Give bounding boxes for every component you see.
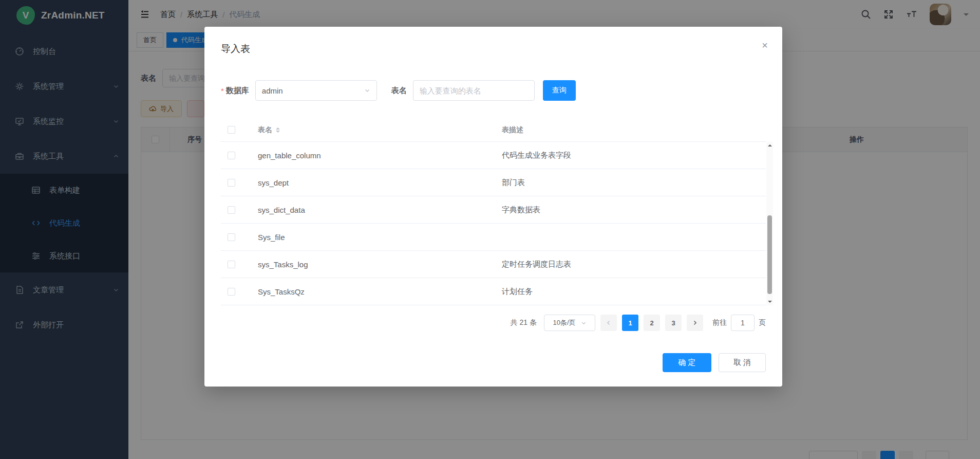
column-header-name: 表名 — [258, 125, 502, 135]
dialog-pagination: 共 21 条 10条/页 1 2 3 前往 页 — [221, 315, 766, 331]
page-button-2[interactable]: 2 — [644, 315, 660, 331]
table-desc-cell: 代码生成业务表字段 — [502, 151, 766, 160]
chevron-down-icon — [364, 87, 370, 94]
goto-suffix: 页 — [759, 318, 766, 327]
database-label: 数据库 — [226, 86, 249, 96]
row-checkbox[interactable] — [228, 152, 235, 159]
close-icon[interactable]: × — [762, 40, 768, 50]
page-button-1[interactable]: 1 — [622, 315, 638, 331]
dialog-footer: 确 定 取 消 — [663, 353, 766, 372]
prev-page-button[interactable] — [600, 315, 617, 331]
required-mark: * — [221, 86, 224, 95]
row-checkbox[interactable] — [228, 233, 235, 241]
chevron-down-icon — [581, 320, 587, 326]
page-button-3[interactable]: 3 — [665, 315, 682, 331]
goto-label: 前往 — [712, 318, 727, 327]
table-name-cell: sys_dict_data — [258, 206, 502, 214]
table-name-cell: Sys_file — [258, 233, 502, 242]
row-checkbox[interactable] — [228, 179, 235, 187]
dialog-table: 表名 表描述 gen_table_column 代码生成业务表字段 sys_de… — [221, 118, 766, 305]
dialog-title: 导入表 — [204, 27, 782, 56]
table-name-cell: sys_Tasks_log — [258, 260, 502, 269]
table-desc-cell: 定时任务调度日志表 — [502, 260, 766, 269]
cancel-button[interactable]: 取 消 — [719, 353, 766, 372]
pagination-total: 共 21 条 — [511, 318, 537, 327]
table-row[interactable]: sys_dept 部门表 — [221, 169, 766, 196]
table-desc-cell: 计划任务 — [502, 287, 766, 297]
page-size-select[interactable]: 10条/页 — [544, 315, 595, 331]
table-row[interactable]: Sys_TasksQz 计划任务 — [221, 278, 766, 305]
dialog-table-header: 表名 表描述 — [221, 118, 766, 142]
database-select-value: admin — [262, 86, 283, 95]
table-row[interactable]: gen_table_column 代码生成业务表字段 — [221, 142, 766, 169]
sort-carets-icon[interactable] — [276, 125, 280, 135]
dialog-table-name-input[interactable] — [413, 80, 535, 101]
table-row[interactable]: sys_Tasks_log 定时任务调度日志表 — [221, 251, 766, 278]
table-desc-cell: 字典数据表 — [502, 205, 766, 215]
search-button[interactable]: 查询 — [543, 80, 576, 101]
table-name-cell: sys_dept — [258, 178, 502, 187]
select-all-checkbox[interactable] — [228, 126, 235, 134]
table-row[interactable]: Sys_file — [221, 224, 766, 251]
header-checkbox-cell — [221, 126, 258, 134]
column-header-description: 表描述 — [502, 125, 766, 135]
confirm-button[interactable]: 确 定 — [663, 353, 711, 372]
table-name-cell: Sys_TasksQz — [258, 287, 502, 296]
dialog-search-form: * 数据库 admin 表名 查询 — [221, 80, 766, 101]
next-page-button[interactable] — [687, 315, 703, 331]
scrollbar-thumb[interactable] — [767, 215, 772, 294]
database-select[interactable]: admin — [255, 80, 377, 101]
row-checkbox[interactable] — [228, 261, 235, 268]
table-desc-cell: 部门表 — [502, 178, 766, 188]
table-name-label: 表名 — [391, 86, 407, 96]
scroll-down-icon[interactable] — [768, 301, 772, 305]
goto-page-input[interactable] — [731, 315, 755, 331]
table-name-cell: gen_table_column — [258, 151, 502, 160]
table-scrollbar[interactable] — [766, 142, 773, 305]
scroll-up-icon[interactable] — [768, 142, 772, 146]
import-table-dialog: 导入表 × * 数据库 admin 表名 查询 表名 表描述 gen_tab — [204, 27, 782, 387]
table-row[interactable]: sys_dict_data 字典数据表 — [221, 196, 766, 224]
row-checkbox[interactable] — [228, 288, 235, 296]
row-checkbox[interactable] — [228, 206, 235, 214]
